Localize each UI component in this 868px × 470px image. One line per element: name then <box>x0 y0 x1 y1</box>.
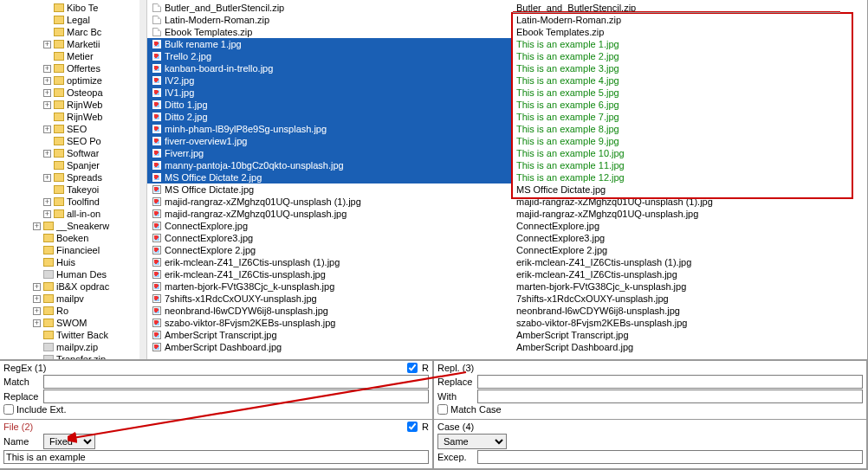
tree-expander[interactable]: + <box>33 283 41 291</box>
preview-row[interactable]: This is an example 11.jpg <box>511 159 867 171</box>
tree-item[interactable]: RijnWeb <box>2 111 146 123</box>
new-names-column[interactable]: Butler_and_ButlerStencil.zipLatin-Modern… <box>511 0 867 359</box>
tree-expander[interactable]: + <box>43 126 51 133</box>
file-row[interactable]: MS Office Dictate 2.jpg <box>147 171 511 183</box>
preview-row[interactable]: erik-mclean-Z41_IZ6Ctis-unsplash (1).jpg <box>511 256 867 268</box>
tree-item[interactable]: mailpv.zip <box>2 341 146 353</box>
file-row[interactable]: Fiverr.jpg <box>147 147 511 159</box>
file-row[interactable]: MS Office Dictate.jpg <box>147 183 511 196</box>
original-names-column[interactable]: Butler_and_ButlerStencil.zipLatin-Modern… <box>147 0 511 359</box>
regex-match-input[interactable] <box>43 375 429 389</box>
file-row[interactable]: Bulk rename 1.jpg <box>147 38 511 50</box>
tree-item[interactable]: +Marketii <box>2 38 146 50</box>
preview-row[interactable]: MS Office Dictate.jpg <box>511 183 867 196</box>
preview-row[interactable]: szabo-viktor-8Fvjsm2KEBs-unsplash.jpg <box>511 317 867 329</box>
preview-row[interactable]: This is an example 3.jpg <box>511 62 867 74</box>
tree-expander[interactable]: + <box>33 222 41 230</box>
tree-item[interactable]: +Offertes <box>2 62 146 74</box>
tree-item[interactable]: +__Sneakerw <box>2 220 146 232</box>
tree-item[interactable]: Huis <box>2 256 146 268</box>
file-row[interactable]: neonbrand-l6wCDYW6ij8-unsplash.jpg <box>147 305 511 317</box>
file-row[interactable]: ConnectExplore3.jpg <box>147 232 511 244</box>
preview-row[interactable]: neonbrand-l6wCDYW6ij8-unsplash.jpg <box>511 305 867 317</box>
file-row[interactable]: marten-bjork-FVtG38Cjc_k-unsplash.jpg <box>147 280 511 293</box>
preview-row[interactable]: This is an example 9.jpg <box>511 135 867 147</box>
tree-expander[interactable]: + <box>43 77 51 85</box>
repl-match-case-checkbox[interactable] <box>437 404 448 415</box>
tree-item[interactable]: +optimize <box>2 74 146 87</box>
preview-row[interactable]: This is an example 12.jpg <box>511 171 867 183</box>
tree-expander[interactable]: + <box>33 307 41 315</box>
file-row[interactable]: majid-rangraz-xZMghzq01UQ-unsplash (1).j… <box>147 196 511 208</box>
tree-item[interactable]: +Softwar <box>2 147 146 159</box>
tree-item[interactable]: +mailpv <box>2 293 146 305</box>
tree-expander[interactable]: + <box>43 174 51 182</box>
preview-row[interactable]: This is an example 5.jpg <box>511 87 867 99</box>
tree-item[interactable]: Financieel <box>2 244 146 256</box>
regex-enable-checkbox[interactable] <box>407 363 418 373</box>
file-row[interactable]: AmberScript Dashboard.jpg <box>147 341 511 353</box>
repl-with-input[interactable] <box>477 390 863 403</box>
file-row[interactable]: erik-mclean-Z41_IZ6Ctis-unsplash (1).jpg <box>147 256 511 268</box>
case-mode-select[interactable]: Same <box>437 434 507 449</box>
file-row[interactable]: IV1.jpg <box>147 87 511 99</box>
preview-row[interactable]: majid-rangraz-xZMghzq01UQ-unsplash.jpg <box>511 208 867 220</box>
tree-item[interactable]: Human Des <box>2 268 146 280</box>
tree-expander[interactable]: + <box>43 89 51 97</box>
file-row[interactable]: AmberScript Transcript.jpg <box>147 329 511 341</box>
preview-row[interactable]: marten-bjork-FVtG38Cjc_k-unsplash.jpg <box>511 280 867 293</box>
tree-item[interactable]: Transfer.zip <box>2 353 146 359</box>
preview-row[interactable]: This is an example 8.jpg <box>511 123 867 135</box>
file-row[interactable]: 7shifts-x1RdcCxOUXY-unsplash.jpg <box>147 293 511 305</box>
file-enable-checkbox[interactable] <box>407 422 418 432</box>
tree-item[interactable]: Spanjer <box>2 159 146 171</box>
preview-row[interactable]: 7shifts-x1RdcCxOUXY-unsplash.jpg <box>511 293 867 305</box>
file-row[interactable]: ConnectExplore.jpg <box>147 220 511 232</box>
tree-item[interactable]: +SEO <box>2 123 146 135</box>
file-row[interactable]: Ditto 1.jpg <box>147 99 511 111</box>
file-row[interactable]: erik-mclean-Z41_IZ6Ctis-unsplash.jpg <box>147 268 511 280</box>
file-row[interactable]: ConnectExplore 2.jpg <box>147 244 511 256</box>
preview-row[interactable]: This is an example 1.jpg <box>511 38 867 50</box>
file-row[interactable]: Ebook Templates.zip <box>147 26 511 38</box>
tree-item[interactable]: Takeyoi <box>2 183 146 196</box>
preview-row[interactable]: Latin-Modern-Roman.zip <box>511 14 867 26</box>
tree-expander[interactable]: + <box>43 210 51 218</box>
repl-replace-input[interactable] <box>477 375 863 389</box>
file-name-mode-select[interactable]: Fixed <box>43 434 95 449</box>
file-row[interactable]: kanban-board-in-trello.jpg <box>147 62 511 74</box>
file-row[interactable]: szabo-viktor-8Fvjsm2KEBs-unsplash.jpg <box>147 317 511 329</box>
tree-expander[interactable]: + <box>33 295 41 303</box>
tree-expander[interactable]: + <box>43 41 51 48</box>
tree-item[interactable]: SEO Po <box>2 135 146 147</box>
preview-row[interactable]: majid-rangraz-xZMghzq01UQ-unsplash (1).j… <box>511 196 867 208</box>
tree-item[interactable]: +SWOM <box>2 317 146 329</box>
file-row[interactable]: Trello 2.jpg <box>147 50 511 62</box>
preview-row[interactable]: This is an example 7.jpg <box>511 111 867 123</box>
preview-row[interactable]: Butler_and_ButlerStencil.zip <box>511 2 867 14</box>
file-fixed-name-input[interactable] <box>3 450 429 464</box>
tree-item[interactable]: Legal <box>2 14 146 26</box>
file-row[interactable]: majid-rangraz-xZMghzq01UQ-unsplash.jpg <box>147 208 511 220</box>
preview-row[interactable]: AmberScript Transcript.jpg <box>511 329 867 341</box>
tree-item[interactable]: Twitter Back <box>2 329 146 341</box>
tree-expander[interactable]: + <box>43 65 51 73</box>
tree-item[interactable]: Metier <box>2 50 146 62</box>
preview-row[interactable]: erik-mclean-Z41_IZ6Ctis-unsplash.jpg <box>511 268 867 280</box>
preview-row[interactable]: ConnectExplore3.jpg <box>511 232 867 244</box>
file-row[interactable]: IV2.jpg <box>147 74 511 87</box>
regex-include-ext-checkbox[interactable] <box>3 404 14 415</box>
tree-item[interactable]: +iB&X opdrac <box>2 280 146 293</box>
tree-expander[interactable]: + <box>33 319 41 327</box>
preview-row[interactable]: This is an example 4.jpg <box>511 74 867 87</box>
preview-row[interactable]: This is an example 6.jpg <box>511 99 867 111</box>
tree-item[interactable]: +Toolfind <box>2 196 146 208</box>
tree-expander[interactable]: + <box>43 150 51 158</box>
tree-item[interactable]: +all-in-on <box>2 208 146 220</box>
preview-row[interactable]: AmberScript Dashboard.jpg <box>511 341 867 353</box>
preview-row[interactable]: ConnectExplore.jpg <box>511 220 867 232</box>
file-row[interactable]: Latin-Modern-Roman.zip <box>147 14 511 26</box>
tree-item[interactable]: Boeken <box>2 232 146 244</box>
tree-item[interactable]: +Ro <box>2 305 146 317</box>
file-row[interactable]: Butler_and_ButlerStencil.zip <box>147 2 511 14</box>
